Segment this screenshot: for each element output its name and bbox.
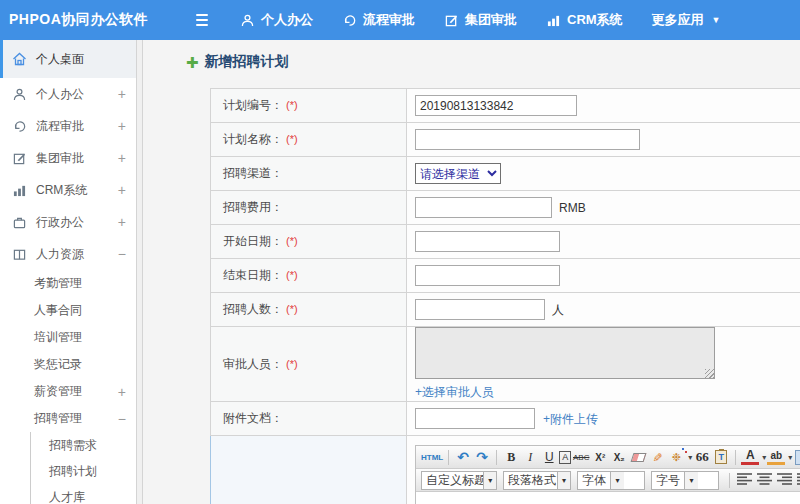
form-row-attachment: 附件文档： +附件上传: [211, 402, 800, 436]
strikethrough-button[interactable]: ABC: [572, 448, 590, 467]
form-row-plan-name: 计划名称：(*): [211, 123, 800, 157]
sidebar-item-hr[interactable]: 人力资源 −: [0, 238, 136, 270]
headcount-input[interactable]: [415, 299, 545, 320]
form-row-cost: 招聘费用： RMB: [211, 191, 800, 225]
bold-button[interactable]: B: [502, 448, 520, 467]
font-color-button[interactable]: A: [741, 450, 759, 465]
approvers-textarea[interactable]: [415, 327, 715, 379]
required-mark: (*): [286, 235, 298, 247]
sidebar-item-attendance[interactable]: 考勤管理: [0, 270, 136, 297]
add-plus-icon: ✚: [186, 55, 199, 70]
expand-plus-icon[interactable]: +: [118, 384, 126, 400]
undo-icon[interactable]: ↶: [454, 448, 472, 467]
recruit-plan-form: 计划编号：(*) 计划名称：(*) 招聘渠道： 请选择渠道 招聘费用： RMB …: [210, 88, 800, 504]
plan-no-input[interactable]: [415, 95, 577, 116]
superscript-button[interactable]: X²: [591, 448, 609, 467]
sidebar-item-rewards[interactable]: 奖惩记录: [0, 351, 136, 378]
auto-typeset-icon[interactable]: ❉: [667, 448, 685, 467]
subscript-button[interactable]: X₂: [610, 448, 628, 467]
sidebar-item-recruit-demand[interactable]: 招聘需求: [31, 432, 136, 458]
align-center-icon[interactable]: [757, 471, 772, 489]
font-border-button[interactable]: A: [559, 451, 571, 464]
caret-down-icon[interactable]: ▾: [788, 453, 792, 462]
channel-select[interactable]: 请选择渠道: [415, 163, 501, 184]
sidebar-item-label: 人事合同: [34, 302, 126, 319]
sidebar-item-crm[interactable]: CRM系统 +: [0, 174, 136, 206]
editor-toolbar-row1: HTML ↶ ↷ B I U A ABC X² X₂ ✎: [416, 446, 800, 469]
sidebar-item-personal-office[interactable]: 个人办公 +: [0, 78, 136, 110]
caret-down-icon[interactable]: ▾: [688, 453, 692, 462]
sidebar-item-talent-pool[interactable]: 人才库: [31, 484, 136, 504]
editor-content-area[interactable]: [416, 492, 800, 504]
nav-crm[interactable]: CRM系统: [546, 11, 623, 29]
paragraph-format-dropdown[interactable]: 段落格式 ▾: [503, 471, 571, 490]
nav-more-apps[interactable]: 更多应用 ▼: [652, 11, 721, 29]
home-icon: [12, 52, 27, 67]
collapse-minus-icon[interactable]: −: [118, 411, 126, 427]
html-source-button[interactable]: HTML: [421, 448, 443, 467]
start-date-input[interactable]: [415, 231, 560, 252]
unit-suffix: 人: [552, 303, 564, 317]
select-approvers-link[interactable]: +选择审批人员: [415, 384, 494, 401]
caret-down-icon: ▼: [712, 15, 721, 25]
format-brush-icon[interactable]: ✎: [648, 448, 667, 466]
dropdown-value: 段落格式: [504, 472, 557, 489]
paste-icon[interactable]: T: [715, 450, 727, 464]
font-family-dropdown[interactable]: 字体 ▾: [577, 471, 645, 490]
align-left-icon[interactable]: [737, 471, 752, 489]
align-right-icon[interactable]: [777, 471, 792, 489]
expand-plus-icon[interactable]: +: [118, 86, 126, 102]
sidebar-item-label: 行政办公: [36, 214, 118, 231]
page-title-text: 新增招聘计划: [205, 53, 289, 71]
field-label: 招聘人数：: [223, 302, 283, 316]
nav-label: 流程审批: [363, 11, 415, 29]
end-date-input[interactable]: [415, 265, 560, 286]
plan-name-input[interactable]: [415, 129, 640, 150]
underline-button[interactable]: U: [540, 448, 558, 467]
sidebar-item-admin-office[interactable]: 行政办公 +: [0, 206, 136, 238]
form-row-channel: 招聘渠道： 请选择渠道: [211, 157, 800, 191]
sidebar-item-group-approval[interactable]: 集团审批 +: [0, 142, 136, 174]
attachment-input[interactable]: [415, 408, 535, 429]
sidebar-item-hr-contract[interactable]: 人事合同: [0, 297, 136, 324]
required-mark: (*): [286, 303, 298, 315]
nav-group-approval[interactable]: 集团审批: [444, 11, 517, 29]
bar-chart-icon: [546, 13, 561, 28]
person-icon: [12, 87, 27, 102]
sidebar-item-recruit-mgmt[interactable]: 招聘管理 −: [0, 405, 136, 432]
sidebar-scrollbar[interactable]: [136, 40, 143, 504]
sidebar-item-training[interactable]: 培训管理: [0, 324, 136, 351]
eraser-icon[interactable]: [630, 453, 646, 462]
currency-suffix: RMB: [559, 201, 586, 215]
expand-plus-icon[interactable]: +: [118, 118, 126, 134]
blockquote-button[interactable]: 66: [693, 448, 711, 467]
highlight-color-button[interactable]: ab: [767, 450, 785, 465]
custom-title-dropdown[interactable]: 自定义标题 ▾: [421, 471, 497, 490]
nav-personal-office[interactable]: 个人办公: [240, 11, 313, 29]
italic-button[interactable]: I: [521, 448, 539, 467]
hamburger-menu-icon[interactable]: [194, 14, 210, 26]
page-title: ✚ 新增招聘计划: [186, 53, 800, 71]
expand-plus-icon[interactable]: +: [118, 150, 126, 166]
font-size-dropdown[interactable]: 字号 ▾: [651, 471, 719, 490]
briefcase-icon: [12, 215, 27, 230]
caret-down-icon[interactable]: ▾: [762, 453, 766, 462]
expand-plus-icon[interactable]: +: [118, 182, 126, 198]
form-row-start-date: 开始日期：(*): [211, 225, 800, 259]
sidebar: 个人桌面 个人办公 + 流程审批 + 集团审批 + CRM系统: [0, 40, 136, 504]
redo-icon[interactable]: ↷: [473, 448, 491, 467]
sidebar-item-recruit-plan[interactable]: 招聘计划: [31, 458, 136, 484]
required-mark: (*): [286, 358, 298, 370]
sidebar-item-personal-desktop[interactable]: 个人桌面: [0, 40, 136, 78]
table-icon[interactable]: [795, 450, 800, 465]
sidebar-item-process-approval[interactable]: 流程审批 +: [0, 110, 136, 142]
collapse-minus-icon[interactable]: −: [118, 246, 126, 262]
form-row-end-date: 结束日期：(*): [211, 259, 800, 293]
cost-input[interactable]: [415, 197, 552, 218]
sidebar-item-label: 个人办公: [36, 86, 118, 103]
nav-process-approval[interactable]: 流程审批: [342, 11, 415, 29]
sidebar-item-salary[interactable]: 薪资管理 +: [0, 378, 136, 405]
caret-down-icon: ▾: [684, 472, 698, 489]
attachment-upload-link[interactable]: +附件上传: [543, 412, 598, 426]
expand-plus-icon[interactable]: +: [118, 214, 126, 230]
